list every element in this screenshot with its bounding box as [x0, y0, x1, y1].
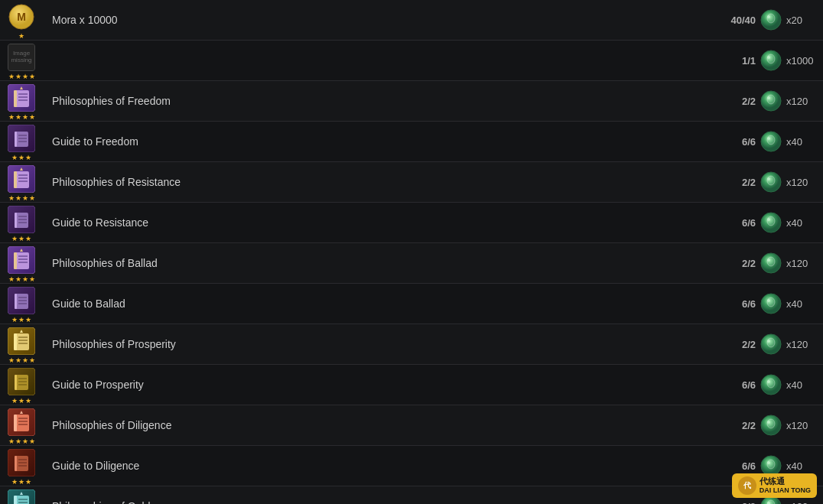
item-icon-wrapper: ★★★ [0, 365, 43, 405]
item-stars: ★ [18, 32, 24, 40]
row-phil-freedom: ★★★★ Philosophies of Freedom 2/2 x120 [0, 81, 823, 122]
item-stars: ★★★ [11, 235, 31, 242]
item-stars: ★★★★ [8, 113, 35, 121]
count-value: 2/2 [742, 96, 756, 107]
star-icon: ★ [15, 73, 21, 80]
main-container: M ★ Mora x 10000 40/40 x20 [0, 0, 823, 504]
star-icon: ★ [15, 437, 21, 445]
currency-icon [760, 212, 782, 233]
star-icon: ★ [18, 154, 24, 161]
svg-point-101 [767, 460, 775, 469]
count-value: 2/2 [742, 501, 756, 505]
star-icon: ★ [18, 235, 24, 242]
amount-text: x40 [786, 136, 817, 148]
star-icon: ★ [8, 194, 15, 202]
star-icon: ★ [22, 194, 28, 202]
row-phil-gold: ★★★★ Philosophies of Gold 2/2 x120 [0, 486, 823, 504]
star-icon: ★ [8, 356, 15, 364]
currency-icon [760, 90, 782, 112]
row-missing: Imagemissing ★★★★ 1/1 x1000 [0, 41, 823, 81]
count-value: 2/2 [742, 258, 756, 269]
amount-text: x120 [786, 420, 817, 431]
star-icon: ★ [8, 275, 15, 283]
amount-text: x120 [786, 258, 817, 269]
item-icon [8, 246, 35, 274]
row-guide-resistance: ★★★ Guide to Resistance 6/6 x40 [0, 203, 823, 243]
row-mora: M ★ Mora x 10000 40/40 x20 [0, 0, 823, 41]
item-icon [8, 368, 35, 395]
item-icon-wrapper: ★★★ [0, 203, 43, 242]
item-name: Philosophies of Ballad [43, 251, 736, 275]
row-guide-prosperity: ★★★ Guide to Prosperity 6/6 x40 [0, 365, 823, 405]
svg-point-44 [767, 216, 775, 226]
item-count-section: 2/2 x120 [736, 171, 823, 193]
item-name: Guide to Diligence [43, 454, 736, 478]
item-icon: Imagemissing [8, 44, 35, 71]
star-icon: ★ [25, 154, 31, 161]
row-phil-ballad: ★★★★ Philosophies of Ballad 2/2 x120 [0, 243, 823, 284]
item-icon-wrapper: ★★★★ [0, 81, 43, 121]
star-icon: ★ [8, 73, 15, 80]
count-value: 2/2 [742, 177, 756, 188]
amount-text: x40 [786, 379, 817, 391]
svg-rect-10 [14, 90, 17, 107]
amount-text: x40 [786, 217, 817, 229]
row-guide-ballad: ★★★ Guide to Ballad 6/6 x40 [0, 284, 823, 324]
item-icon-wrapper: ★★★★ [0, 324, 43, 364]
row-guide-freedom: ★★★ Guide to Freedom 6/6 x40 [0, 122, 823, 162]
svg-point-3 [767, 14, 775, 23]
count-value: 6/6 [742, 379, 756, 391]
svg-point-64 [767, 299, 770, 302]
star-icon: ★ [18, 397, 24, 405]
item-name: Philosophies of Prosperity [43, 332, 736, 356]
item-name: Guide to Ballad [43, 291, 736, 316]
item-icon-wrapper: ★★★ [0, 446, 43, 486]
svg-rect-20 [15, 132, 17, 147]
svg-rect-39 [15, 213, 17, 228]
star-icon: ★ [11, 397, 18, 405]
svg-point-35 [767, 176, 775, 185]
svg-point-92 [767, 419, 775, 428]
item-stars: ★★★ [11, 154, 31, 161]
item-stars: ★★★★ [8, 356, 35, 364]
watermark: 代 代练通 DAI LIAN TONG [732, 473, 817, 498]
star-icon: ★ [15, 356, 21, 364]
amount-text: x120 [786, 501, 817, 505]
row-phil-diligence: ★★★★ Philosophies of Diligence 2/2 x120 [0, 405, 823, 446]
amount-text: x120 [786, 177, 817, 188]
count-value: 6/6 [742, 136, 756, 148]
item-name: Philosophies of Gold [43, 494, 736, 504]
svg-rect-86 [14, 415, 17, 431]
currency-icon [760, 50, 782, 71]
item-icon [8, 489, 35, 504]
count-value: 2/2 [742, 420, 756, 431]
star-icon: ★ [25, 397, 31, 405]
star-icon: ★ [22, 73, 28, 80]
item-icon-wrapper: ★★★ [0, 284, 43, 324]
currency-icon [760, 415, 782, 436]
item-stars: ★★★ [11, 316, 31, 324]
currency-icon [760, 252, 782, 274]
item-stars: ★★★ [11, 397, 31, 405]
svg-point-102 [767, 461, 770, 464]
amount-text: x20 [786, 15, 817, 26]
count-value: 6/6 [742, 460, 756, 472]
svg-point-25 [767, 135, 775, 145]
item-stars: ★★★ [11, 478, 31, 486]
currency-icon [760, 171, 782, 193]
star-icon: ★ [11, 478, 18, 486]
item-name: Guide to Freedom [43, 129, 736, 154]
item-name: Guide to Prosperity [43, 372, 736, 397]
svg-point-82 [767, 379, 775, 388]
item-icon: M [8, 3, 35, 31]
star-icon: ★ [11, 316, 18, 324]
row-guide-diligence: ★★★ Guide to Diligence 6/6 x40 [0, 446, 823, 486]
item-name: Philosophies of Diligence [43, 413, 736, 437]
svg-point-26 [767, 137, 770, 140]
item-icon [8, 408, 35, 436]
svg-point-45 [767, 218, 770, 221]
item-stars: ★★★★ [8, 437, 35, 445]
amount-text: x40 [786, 460, 817, 472]
star-icon: ★ [15, 194, 21, 202]
row-phil-resistance: ★★★★ Philosophies of Resistance 2/2 x120 [0, 162, 823, 203]
